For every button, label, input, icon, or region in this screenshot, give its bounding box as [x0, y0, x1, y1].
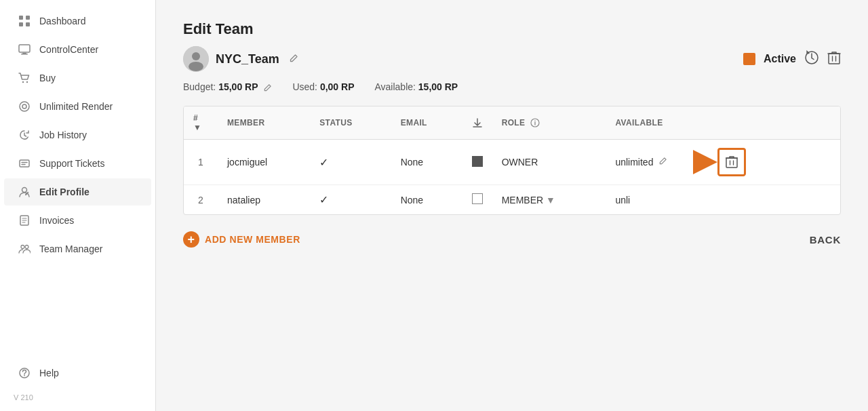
cell-available-1: unlimited — [606, 140, 840, 185]
sidebar-item-label: Dashboard — [39, 16, 86, 26]
team-name-section: NYC_Team — [183, 46, 298, 72]
cell-status-1: ✓ — [310, 140, 391, 185]
page-title: Edit Team — [183, 20, 841, 38]
team-avatar — [183, 46, 209, 72]
role-dropdown-icon[interactable]: ▼ — [546, 195, 555, 206]
sidebar-item-label: Team Manager — [39, 243, 102, 254]
sidebar-item-unlimited-render[interactable]: Unlimited Render — [4, 93, 151, 120]
add-plus-icon: + — [183, 231, 199, 248]
svg-point-23 — [192, 52, 200, 60]
status-label: Active — [764, 53, 796, 65]
grid-icon — [18, 14, 31, 28]
cell-member-1: jocmiguel — [218, 140, 310, 185]
back-button[interactable]: BACK — [810, 234, 841, 246]
members-table: # ▼ MEMBER STATUS EMAIL ROLE — [184, 106, 840, 214]
cell-available-2: unli — [606, 185, 840, 215]
cell-num-2: 2 — [184, 185, 218, 215]
budget-row: Budget: 15,00 RP Used: 0,00 RP Available… — [183, 81, 841, 92]
cell-email-1: None — [391, 140, 462, 185]
color-empty-box — [472, 193, 483, 204]
col-num: # ▼ — [184, 106, 218, 140]
available-label: Available: — [374, 81, 415, 92]
available-section: Available: 15,00 RP — [374, 81, 458, 92]
sidebar-item-invoices[interactable]: Invoices — [4, 207, 151, 234]
sidebar-item-job-history[interactable]: Job History — [4, 121, 151, 149]
sidebar-item-help[interactable]: Help — [4, 359, 151, 387]
svg-rect-1 — [26, 16, 30, 20]
sidebar-item-dashboard[interactable]: Dashboard — [4, 7, 151, 35]
status-dot — [743, 53, 755, 65]
sidebar-item-label: Invoices — [39, 215, 74, 226]
team-status-section: Active — [743, 50, 841, 68]
sidebar-item-buy[interactable]: Buy — [4, 64, 151, 92]
col-status: STATUS — [310, 106, 391, 140]
invoices-icon — [18, 214, 31, 227]
team-header: NYC_Team Active — [183, 46, 841, 72]
cell-status-2: ✓ — [310, 185, 391, 215]
col-email: EMAIL — [391, 106, 462, 140]
sidebar: Dashboard ControlCenter Buy — [0, 0, 156, 411]
table-header-row: # ▼ MEMBER STATUS EMAIL ROLE — [184, 106, 840, 140]
budget-value: 15,00 RP — [218, 81, 258, 92]
delete-member-1-button[interactable] — [717, 148, 746, 176]
col-available: AVAILABLE — [606, 106, 840, 140]
cell-role-1: OWNER — [492, 140, 606, 185]
delete-team-icon[interactable] — [827, 50, 841, 68]
sidebar-item-label: Job History — [39, 130, 87, 140]
sidebar-item-label: ControlCenter — [39, 44, 98, 55]
back-label: BACK — [810, 234, 841, 246]
svg-point-14 — [22, 188, 27, 193]
svg-rect-4 — [19, 45, 30, 52]
cell-color-1 — [462, 140, 492, 185]
sidebar-item-label: Unlimited Render — [39, 101, 113, 112]
cell-role-2: MEMBER ▼ — [492, 185, 606, 215]
col-num-label: # — [193, 113, 198, 123]
edit-available-icon-1[interactable] — [658, 157, 667, 168]
sidebar-version: V 210 — [0, 391, 155, 404]
used-section: Used: 0,00 RP — [292, 81, 354, 92]
svg-rect-26 — [829, 54, 840, 64]
tickets-icon — [18, 157, 31, 170]
table-row: 2 nataliep ✓ None MEMBER ▼ — [184, 185, 840, 215]
sidebar-item-team-manager[interactable]: Team Manager — [4, 235, 151, 262]
cell-member-2: nataliep — [218, 185, 310, 215]
available-value-1: unlimited — [615, 157, 653, 168]
svg-rect-3 — [26, 22, 30, 26]
edit-team-name-icon[interactable] — [289, 54, 298, 65]
arrow-icon — [693, 150, 717, 174]
sidebar-spacer — [0, 263, 155, 359]
role-select-2: MEMBER ▼ — [502, 195, 597, 206]
budget-label: Budget: — [183, 81, 216, 92]
svg-rect-2 — [19, 22, 23, 26]
history-icon — [18, 128, 31, 142]
cart-icon — [18, 71, 31, 85]
sidebar-item-label: Buy — [39, 73, 56, 83]
col-role: ROLE — [492, 106, 606, 140]
members-table-container: # ▼ MEMBER STATUS EMAIL ROLE — [183, 106, 841, 215]
add-member-button[interactable]: + ADD NEW MEMBER — [183, 231, 300, 248]
svg-point-20 — [25, 246, 28, 249]
svg-rect-11 — [20, 160, 29, 167]
svg-rect-0 — [19, 16, 23, 20]
role-label: ROLE — [502, 118, 526, 128]
history-header-icon[interactable] — [804, 50, 819, 68]
color-filled-box — [472, 156, 483, 167]
profile-icon — [18, 185, 31, 199]
sort-icon[interactable]: ▼ — [193, 123, 201, 132]
edit-budget-icon[interactable] — [263, 81, 272, 92]
main-content: Edit Team NYC_Team Active — [156, 0, 868, 411]
role-info-icon[interactable] — [530, 118, 540, 128]
svg-point-10 — [22, 104, 26, 109]
sidebar-help-label: Help — [39, 368, 59, 378]
used-label: Used: — [292, 81, 317, 92]
help-icon — [18, 366, 31, 380]
delete-annotation — [693, 148, 746, 176]
svg-point-8 — [26, 81, 28, 83]
team-name: NYC_Team — [216, 52, 279, 66]
sidebar-item-controlcenter[interactable]: ControlCenter — [4, 36, 151, 63]
sidebar-item-edit-profile[interactable]: Edit Profile — [4, 178, 151, 206]
check-icon-1: ✓ — [319, 157, 328, 168]
svg-point-7 — [22, 81, 24, 83]
monitor-icon — [18, 43, 31, 56]
sidebar-item-support-tickets[interactable]: Support Tickets — [4, 150, 151, 177]
